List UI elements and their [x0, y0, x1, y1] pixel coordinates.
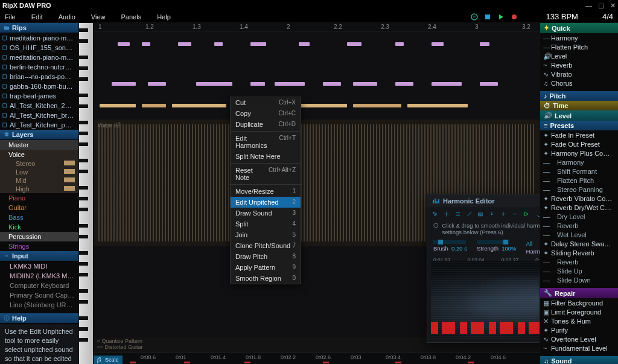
- stop-icon[interactable]: [484, 13, 491, 21]
- input-item[interactable]: MIDIIN2 (LKMK3 MIDI): [0, 271, 78, 281]
- timesig-display[interactable]: 4/4: [602, 12, 613, 21]
- preset-item[interactable]: ✦Fade In Preset: [540, 130, 618, 139]
- note-block[interactable]: [480, 42, 489, 46]
- tempo-display[interactable]: 133 BPM: [546, 12, 578, 21]
- layer-guitar[interactable]: Guitar: [0, 203, 78, 212]
- brush-slider[interactable]: [433, 240, 466, 244]
- down-icon[interactable]: [489, 210, 495, 218]
- note-block[interactable]: [353, 82, 377, 86]
- move-icon[interactable]: [444, 210, 450, 218]
- preset-item[interactable]: ✦Sliding Reverb: [540, 248, 618, 257]
- note-block[interactable]: [299, 42, 310, 46]
- quick-flatten-pitch[interactable]: —Flatten Pitch: [540, 42, 618, 51]
- ctx-edit-harmonics[interactable]: Edit HarmonicsCtrl+T: [231, 133, 301, 151]
- layer-percussion[interactable]: Percussion: [0, 232, 78, 241]
- quick-chorus[interactable]: ♫Chorus: [540, 78, 618, 88]
- minus-icon[interactable]: [512, 210, 518, 218]
- time-ruler[interactable]: 0:00.20:00.60:010:01.40:01.80:02.20:02.6…: [94, 352, 540, 364]
- ctx-join[interactable]: Join5: [231, 229, 301, 240]
- ctx-copy[interactable]: CopyCtrl+C: [231, 108, 301, 119]
- menu-view[interactable]: View: [91, 13, 106, 21]
- note-block[interactable]: [112, 82, 136, 86]
- preset-item[interactable]: —Reverb: [540, 257, 618, 266]
- ctx-smooth-region[interactable]: Smooth Region0: [231, 273, 301, 284]
- layer-high[interactable]: High: [0, 185, 78, 193]
- rip-item[interactable]: trap-beat-james: [0, 91, 78, 101]
- preset-item[interactable]: —Slide Up: [540, 266, 618, 275]
- ctx-edit-unpitched[interactable]: Edit Unpitched2: [231, 197, 301, 208]
- arrangement-view[interactable]: 11.21.31.422.22.32.433.2 C7 Voice #2 ≈ Q…: [94, 23, 540, 364]
- note-block[interactable]: [100, 104, 136, 107]
- input-item[interactable]: Line (Steinberg UR28M): [0, 300, 78, 310]
- layer-mid[interactable]: Mid: [0, 176, 78, 185]
- ctx-draw-pitch[interactable]: Draw Pitch8: [231, 251, 301, 262]
- plus-icon[interactable]: [500, 210, 506, 218]
- window-close-icon[interactable]: ✕: [610, 2, 616, 10]
- rip-item[interactable]: AI_Test_Kitchen_2023_po…: [0, 101, 78, 110]
- note-block[interactable]: [118, 42, 130, 46]
- layer-kick[interactable]: Kick: [0, 222, 78, 232]
- window-max-icon[interactable]: ▢: [598, 2, 604, 10]
- play-harm-icon[interactable]: [523, 210, 529, 218]
- menu-file[interactable]: File: [5, 13, 16, 21]
- note-block[interactable]: [432, 42, 444, 46]
- repair-item[interactable]: ▣Limit Foreground: [540, 307, 618, 316]
- ctx-move-resize[interactable]: Move/Resize1: [231, 186, 301, 197]
- layer-bass[interactable]: Bass: [0, 212, 78, 222]
- rip-item[interactable]: meditation-piano-music-…: [0, 53, 78, 62]
- ctx-reset-note[interactable]: Reset NoteCtrl+Alt+Z: [231, 165, 301, 183]
- note-block[interactable]: [353, 104, 401, 107]
- spectrogram[interactable]: [431, 261, 540, 339]
- quick-header[interactable]: ✦Quick: [540, 23, 618, 33]
- menu-help[interactable]: Help: [157, 13, 171, 21]
- ramp-icon[interactable]: [467, 210, 473, 218]
- layer-low[interactable]: Low: [0, 168, 78, 176]
- preset-item[interactable]: —Wet Level: [540, 230, 618, 239]
- layer-stereo[interactable]: Stereo: [0, 159, 78, 168]
- quick-reverb[interactable]: ~Reverb: [540, 60, 618, 69]
- rip-item[interactable]: OS_HHF_155_songstarter…: [0, 43, 78, 53]
- preset-item[interactable]: ✦Fade Out Preset: [540, 139, 618, 148]
- repair-item[interactable]: ✕Tones & Hum: [540, 316, 618, 325]
- note-block[interactable]: [196, 82, 232, 86]
- rip-item[interactable]: gabba-160-bpm-burial-vo…: [0, 81, 78, 91]
- note-block[interactable]: [178, 42, 191, 46]
- repair-item[interactable]: ▦Filter Background: [540, 298, 618, 307]
- ctx-duplicate[interactable]: DuplicateCtrl+D: [231, 119, 301, 130]
- preset-item[interactable]: ✦Reverb Dry/Wet Combo: [540, 203, 618, 212]
- ctx-split-note-here[interactable]: Split Note Here: [231, 151, 301, 162]
- rip-item[interactable]: berlin-techno-nutcracker-…: [0, 62, 78, 72]
- quick-harmony[interactable]: —Harmony: [540, 33, 618, 42]
- preset-item[interactable]: —Reverb: [540, 221, 618, 230]
- layer-master[interactable]: Master: [0, 140, 78, 150]
- ctx-draw-sound[interactable]: Draw Sound3: [231, 208, 301, 219]
- note-block[interactable]: [250, 82, 265, 86]
- layer-voice[interactable]: Voice: [0, 150, 78, 159]
- preset-item[interactable]: ✦Delay Stereo Swap Combo: [540, 239, 618, 248]
- layer-strings[interactable]: Strings: [0, 241, 78, 251]
- input-item[interactable]: LKMK3 MIDI: [0, 261, 78, 271]
- layer-piano[interactable]: Piano: [0, 193, 78, 203]
- level-header[interactable]: 🔊Level: [540, 110, 618, 121]
- rip-item[interactable]: AI_Test_Kitchen_post_dub…: [0, 120, 78, 130]
- rip-item[interactable]: brian---no-pads-pop-beats…: [0, 72, 78, 81]
- note-block[interactable]: [142, 42, 150, 46]
- note-block[interactable]: [142, 104, 166, 107]
- note-block[interactable]: [275, 82, 305, 86]
- layers-header[interactable]: Layers: [0, 130, 78, 140]
- record-icon[interactable]: [511, 13, 518, 21]
- skip-back-icon[interactable]: [471, 13, 478, 21]
- pitch-header[interactable]: ♪Pitch: [540, 91, 618, 101]
- preset-item[interactable]: —Dry Level: [540, 212, 618, 221]
- preset-item[interactable]: ✦Reverb Vibrato Combo: [540, 194, 618, 203]
- ctx-cut[interactable]: CutCtrl+X: [231, 97, 301, 108]
- adjust-icon[interactable]: [455, 210, 461, 218]
- repair-header[interactable]: 🔧Repair: [540, 288, 618, 298]
- rip-item[interactable]: meditation-piano-music-…: [0, 33, 78, 43]
- ctx-split[interactable]: Split4: [231, 219, 301, 229]
- input-item[interactable]: Primary Sound Capture Dr…: [0, 290, 78, 300]
- time-header[interactable]: ⏱Time: [540, 101, 618, 110]
- rip-item[interactable]: AI_Test_Kitchen_breakbea…: [0, 110, 78, 120]
- camera-icon[interactable]: [477, 210, 483, 218]
- note-block[interactable]: [323, 82, 341, 86]
